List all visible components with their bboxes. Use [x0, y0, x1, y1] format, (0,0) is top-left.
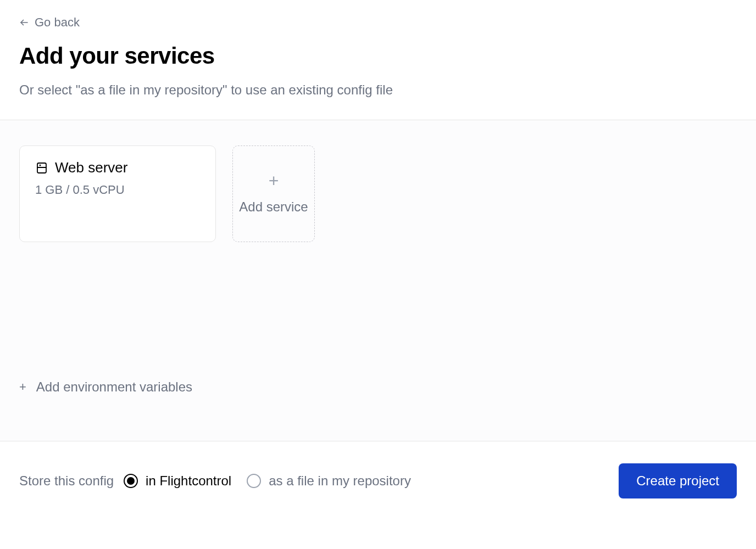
config-options: Store this config in Flightcontrol as a … [19, 473, 411, 489]
plus-icon: + [19, 380, 26, 394]
create-project-button[interactable]: Create project [619, 463, 737, 498]
go-back-label: Go back [35, 15, 80, 30]
radio-label-flightcontrol: in Flightcontrol [146, 473, 231, 489]
add-env-variables-button[interactable]: + Add environment variables [19, 379, 192, 395]
config-label: Store this config [19, 473, 114, 489]
content-area: Web server 1 GB / 0.5 vCPU + Add service… [0, 120, 756, 441]
go-back-button[interactable]: Go back [19, 15, 80, 30]
arrow-left-icon [19, 18, 29, 27]
svg-point-3 [40, 165, 40, 165]
page-subtitle: Or select "as a file in my repository" t… [19, 82, 737, 98]
page-title: Add your services [19, 43, 737, 69]
add-service-button[interactable]: + Add service [232, 145, 315, 242]
radio-dot-icon [127, 477, 135, 485]
footer-bar: Store this config in Flightcontrol as a … [0, 441, 756, 520]
page-header: Go back Add your services Or select "as … [0, 0, 756, 120]
radio-icon-unselected [247, 474, 261, 488]
service-spec: 1 GB / 0.5 vCPU [35, 183, 200, 197]
radio-option-flightcontrol[interactable]: in Flightcontrol [124, 473, 231, 489]
add-env-label: Add environment variables [36, 379, 192, 395]
radio-option-file[interactable]: as a file in my repository [247, 473, 411, 489]
radio-label-file: as a file in my repository [269, 473, 411, 489]
env-section: + Add environment variables [19, 379, 737, 416]
plus-icon: + [269, 172, 279, 189]
service-card-web-server[interactable]: Web server 1 GB / 0.5 vCPU [19, 145, 216, 242]
services-row: Web server 1 GB / 0.5 vCPU + Add service [19, 145, 737, 242]
radio-icon-selected [124, 474, 138, 488]
service-name: Web server [55, 159, 127, 176]
server-icon [35, 161, 48, 175]
svg-rect-1 [37, 163, 46, 173]
add-service-label: Add service [239, 198, 308, 216]
service-card-header: Web server [35, 159, 200, 176]
